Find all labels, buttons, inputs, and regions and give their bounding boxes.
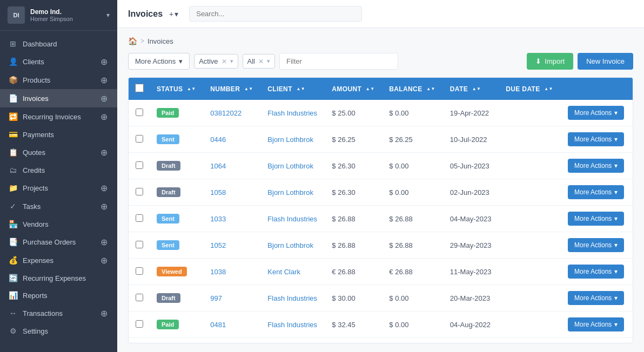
row-client: Bjorn Lothbrok [261,232,325,259]
col-amount[interactable]: AMOUNT ▲▼ [325,78,383,100]
home-icon[interactable]: 🏠 [128,37,137,45]
client-name-link[interactable]: Bjorn Lothbrok [267,162,313,170]
row-checkbox[interactable] [136,214,143,222]
client-name-link[interactable]: Bjorn Lothbrok [267,188,313,197]
all-chip-dropdown[interactable]: ▾ [267,58,270,65]
col-due-date[interactable]: DUE DATE ▲▼ [499,78,561,100]
row-more-actions-button[interactable]: More Actions ▾ [568,132,624,146]
tasks-icon: ✓ [9,202,17,211]
invoice-number-link[interactable]: 0481 [210,321,226,329]
new-invoice-button[interactable]: New Invoice [578,53,633,70]
invoice-number-link[interactable]: 997 [210,294,222,302]
nav-plus-icon[interactable]: ⊕ [99,112,109,121]
sidebar-item-recurring-expenses[interactable]: 🔄 Recurring Expenses [0,269,117,287]
active-chip-dropdown[interactable]: ▾ [230,58,233,65]
row-more-actions-button[interactable]: More Actions ▾ [568,212,624,226]
nav-plus-icon[interactable]: ⊕ [99,75,109,85]
client-name-link[interactable]: Flash Industries [267,215,317,223]
nav-plus-icon[interactable]: ⊕ [99,147,109,157]
filter-input[interactable] [279,53,398,70]
sidebar-item-recurring-invoices[interactable]: 🔁 Recurring Invoices ⊕ [0,107,117,126]
row-checkbox[interactable] [136,267,143,275]
nav-plus-icon[interactable]: ⊕ [99,201,109,211]
row-more-actions-button[interactable]: More Actions ▾ [568,238,624,252]
sidebar-item-settings[interactable]: ⚙ Settings [0,322,117,340]
import-button[interactable]: ⬇ Import [527,53,573,70]
nav-plus-icon[interactable]: ⊕ [99,255,109,265]
client-name-link[interactable]: Bjorn Lothbrok [267,241,313,249]
row-more-actions-button[interactable]: More Actions ▾ [568,291,624,305]
col-status[interactable]: STATUS ▲▼ [150,78,204,100]
invoice-number-link[interactable]: 1033 [210,215,226,223]
sidebar-header[interactable]: DI Demo Ind. Homer Simpson ▾ [0,0,117,31]
invoice-number-link[interactable]: 1038 [210,268,226,276]
col-number[interactable]: NUMBER ▲▼ [204,78,261,100]
row-due-date [499,100,561,126]
sidebar-item-transactions[interactable]: ↔ Transactions ⊕ [0,304,117,322]
row-amount: $ 32.45 [325,312,383,338]
invoice-number-link[interactable]: 1058 [210,188,226,197]
row-checkbox[interactable] [136,109,143,116]
active-chip-clear[interactable]: ✕ [222,58,227,65]
nav-plus-icon[interactable]: ⊕ [99,308,109,318]
row-more-actions-button[interactable]: More Actions ▾ [568,265,624,279]
sidebar-item-reports[interactable]: 📊 Reports [0,287,117,304]
row-checkbox[interactable] [136,161,143,169]
more-actions-button[interactable]: More Actions ▾ [128,53,190,70]
row-due-date [499,179,561,206]
sidebar-item-vendors[interactable]: 🏪 Vendors [0,215,117,233]
client-name-link[interactable]: Flash Industries [267,321,317,329]
nav-plus-icon[interactable]: ⊕ [99,57,109,66]
row-more-actions-button[interactable]: More Actions ▾ [568,185,624,199]
sidebar-item-purchase-orders[interactable]: 📑 Purchase Orders ⊕ [0,233,117,251]
dropdown-icon: ▾ [175,10,178,18]
row-checkbox[interactable] [136,320,143,328]
nav-plus-icon[interactable]: ⊕ [99,93,109,103]
sidebar-item-tasks[interactable]: ✓ Tasks ⊕ [0,197,117,215]
search-input[interactable] [189,6,362,22]
sidebar-item-credits[interactable]: 🗂 Credits [0,161,117,179]
row-balance: $ 0.00 [383,153,444,179]
sidebar-item-products[interactable]: 📦 Products ⊕ [0,71,117,89]
all-chip-clear[interactable]: ✕ [258,58,264,65]
nav-item-label: Transactions [23,309,63,317]
sidebar-item-invoices[interactable]: 📄 Invoices ⊕ [0,89,117,107]
sidebar-item-quotes[interactable]: 📋 Quotes ⊕ [0,143,117,161]
invoice-number-link[interactable]: 1052 [210,241,226,249]
row-number: 997 [204,285,261,312]
client-name-link[interactable]: Flash Industries [267,294,317,302]
row-checkbox[interactable] [136,135,143,143]
row-due-date [499,153,561,179]
sidebar-item-dashboard[interactable]: ⊞ Dashboard [0,35,117,52]
row-more-actions-button[interactable]: More Actions ▾ [568,317,624,331]
col-date[interactable]: DATE ▲▼ [444,78,499,100]
sidebar-item-expenses[interactable]: 💰 Expenses ⊕ [0,251,117,269]
nav-plus-icon[interactable]: ⊕ [99,183,109,193]
select-all-checkbox[interactable] [135,84,144,92]
invoice-number-link[interactable]: 0446 [210,136,226,144]
row-more-actions-button[interactable]: More Actions ▾ [568,106,624,120]
invoice-number-link[interactable]: 1064 [210,162,226,170]
invoice-number-link[interactable]: 03812022 [210,109,242,117]
table-row: Draft 1064 Bjorn Lothbrok $ 26.30 $ 0.00… [129,153,633,179]
expenses-icon: 💰 [9,256,17,265]
client-name-link[interactable]: Flash Industries [267,109,317,117]
col-client[interactable]: CLIENT ▲▼ [261,78,325,100]
row-checkbox[interactable] [136,294,143,301]
row-checkbox-cell [129,153,150,179]
sidebar-item-projects[interactable]: 📁 Projects ⊕ [0,179,117,197]
col-balance[interactable]: BALANCE ▲▼ [383,78,444,100]
sidebar-item-clients[interactable]: 👤 Clients ⊕ [0,52,117,71]
row-balance: $ 0.00 [383,285,444,312]
client-name-link[interactable]: Kent Clark [267,268,300,276]
row-more-actions-button[interactable]: More Actions ▾ [568,159,624,173]
row-checkbox[interactable] [136,188,143,195]
client-name-link[interactable]: Bjorn Lothbrok [267,136,313,144]
sidebar-item-payments[interactable]: 💳 Payments [0,126,117,143]
add-button[interactable]: + ▾ [169,10,178,18]
row-checkbox[interactable] [136,241,143,248]
nav-plus-icon[interactable]: ⊕ [99,237,109,247]
payments-icon: 💳 [9,130,17,139]
nav-item-label: Vendors [23,220,49,228]
toolbar: More Actions ▾ Active ✕ ▾ All ✕ ▾ ⬇ Impo… [128,53,633,70]
